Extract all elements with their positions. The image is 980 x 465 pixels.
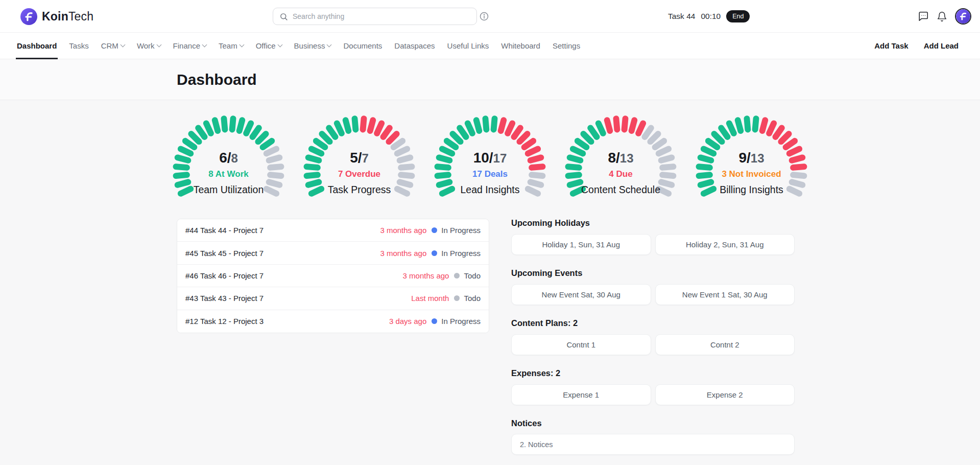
title-band: Dashboard [0, 59, 980, 100]
nav-item-finance[interactable]: Finance [172, 33, 207, 59]
notifications-bell-icon[interactable] [937, 11, 947, 22]
nav-item-settings[interactable]: Settings [552, 33, 581, 59]
gauge-segment [354, 119, 355, 129]
gauge-segment [775, 128, 781, 137]
tasks-card: #44 Task 44 - Project 7 3 months ago In … [177, 219, 489, 333]
task-row[interactable]: #46 Task 46 - Project 7 3 months ago Tod… [177, 265, 489, 287]
gauge-segment [738, 120, 741, 131]
info-icon[interactable] [479, 11, 489, 21]
gauge-segment [329, 128, 335, 137]
chat-icon[interactable] [918, 11, 929, 22]
content-row: #44 Task 44 - Project 7 3 months ago In … [177, 219, 980, 455]
add-lead-button[interactable]: Add Lead [924, 41, 959, 50]
chevron-down-icon [120, 42, 125, 48]
gauge-sublabel: 8 At Work [168, 169, 289, 179]
gauge-segment [494, 119, 495, 129]
nav-item-dataspaces[interactable]: Dataspaces [393, 33, 436, 59]
notices-card[interactable]: 2. Notices [511, 434, 795, 455]
nav-item-label: Dashboard [17, 41, 57, 50]
card-contnt-1[interactable]: Contnt 1 [511, 334, 651, 355]
task-status: Todo [464, 271, 481, 280]
card-expense-1[interactable]: Expense 1 [511, 384, 651, 405]
search-box[interactable] [273, 8, 477, 25]
section-heading: Upcoming Events [511, 269, 795, 277]
search-input[interactable] [293, 12, 470, 20]
gauge-segment [590, 128, 596, 137]
gauge-segment [363, 119, 364, 129]
gauge-title: Billing Insights [691, 183, 812, 196]
gauges-row: 6/8 8 At Work Team Utilization 5/7 7 Ove… [0, 115, 980, 203]
gauge-segment [583, 134, 591, 142]
brand[interactable]: KoinTech [20, 0, 93, 33]
gauge-title: Content Schedule [560, 183, 681, 196]
card-new-event-1-sat-30-aug[interactable]: New Event 1 Sat, 30 Aug [655, 284, 795, 305]
nav-item-office[interactable]: Office [255, 33, 283, 59]
gauge-segment [699, 167, 709, 168]
nav-item-work[interactable]: Work [136, 33, 162, 59]
user-avatar[interactable] [955, 8, 971, 25]
task-name: #43 Task 43 - Project 7 [185, 294, 264, 303]
gauge-segment [370, 120, 373, 131]
task-updated-time: 3 months ago [380, 226, 426, 235]
gauge-segment [394, 141, 403, 147]
card-expense-2[interactable]: Expense 2 [655, 384, 795, 405]
chevron-down-icon [277, 42, 282, 48]
gauge-segment [206, 123, 211, 133]
gauge-billing-insights: 9/13 3 Not Invoiced Billing Insights [691, 115, 812, 203]
task-row[interactable]: #45 Task 45 - Project 7 3 months ago In … [177, 242, 489, 264]
gauge-segment [337, 123, 342, 133]
card-holiday-2-sun-31-aug[interactable]: Holiday 2, Sun, 31 Aug [655, 234, 795, 255]
gauge-segment [263, 141, 272, 147]
main-nav: Dashboard Tasks CRM Work Finance Team Of… [0, 33, 980, 59]
task-row[interactable]: #44 Task 44 - Project 7 3 months ago In … [177, 219, 489, 242]
nav-item-team[interactable]: Team [218, 33, 245, 59]
card-holiday-1-sun-31-aug[interactable]: Holiday 1, Sun, 31 Aug [511, 234, 651, 255]
page-title: Dashboard [177, 71, 980, 89]
task-updated-time: 3 days ago [389, 317, 426, 326]
task-meta: 3 months ago In Progress [380, 226, 481, 235]
nav-item-crm[interactable]: CRM [100, 33, 126, 59]
card-contnt-2[interactable]: Contnt 2 [655, 334, 795, 355]
end-timer-button[interactable]: End [726, 10, 750, 22]
nav-item-tasks[interactable]: Tasks [68, 33, 89, 59]
chevron-down-icon [327, 42, 332, 48]
nav-item-label: Team [219, 41, 237, 50]
nav-item-useful-links[interactable]: Useful Links [446, 33, 490, 59]
nav-item-documents[interactable]: Documents [342, 33, 383, 59]
gauge-segment [401, 167, 412, 168]
chevron-down-icon [156, 42, 161, 48]
gauge-sublabel: 17 Deals [429, 169, 551, 179]
task-name: #12 Task 12 - Project 3 [185, 317, 264, 326]
gauge-value: 8/13 [560, 150, 681, 167]
gauge-segment [519, 134, 527, 142]
nav-item-label: Finance [173, 41, 200, 50]
section-heading: Content Plans: 2 [511, 319, 795, 328]
nav-item-business[interactable]: Business [293, 33, 332, 59]
card-new-event-sat-30-aug[interactable]: New Event Sat, 30 Aug [511, 284, 651, 305]
gauge-segment [322, 134, 329, 142]
task-updated-time: Last month [411, 294, 449, 303]
gauge-segment [524, 141, 534, 147]
nav-item-label: CRM [101, 41, 118, 50]
gauge-segment [437, 167, 448, 168]
section-upcoming-events: Upcoming Events New Event Sat, 30 AugNew… [511, 269, 795, 305]
nav-item-dashboard[interactable]: Dashboard [16, 33, 58, 59]
gauge-segment [708, 141, 718, 147]
gauge-segment [346, 120, 349, 131]
nav-item-label: Useful Links [447, 41, 489, 50]
task-name: #46 Task 46 - Project 7 [185, 271, 264, 280]
gauge-segment [468, 123, 472, 133]
task-row[interactable]: #12 Task 12 - Project 3 3 days ago In Pr… [177, 310, 489, 333]
timer-time: 00:10 [701, 12, 721, 21]
gauge-segment [501, 120, 504, 131]
topbar: KoinTech Task 44 00:10 End [0, 0, 980, 33]
gauge-segment [215, 120, 218, 131]
task-row[interactable]: #43 Task 43 - Project 7 Last month Todo [177, 287, 489, 310]
gauge-segment [599, 123, 603, 133]
status-dot [432, 250, 437, 256]
chevron-down-icon [239, 42, 244, 48]
add-task-button[interactable]: Add Task [874, 41, 908, 50]
gauge-segment [793, 167, 804, 168]
gauge-segment [452, 134, 460, 142]
nav-item-whiteboard[interactable]: Whiteboard [500, 33, 541, 59]
